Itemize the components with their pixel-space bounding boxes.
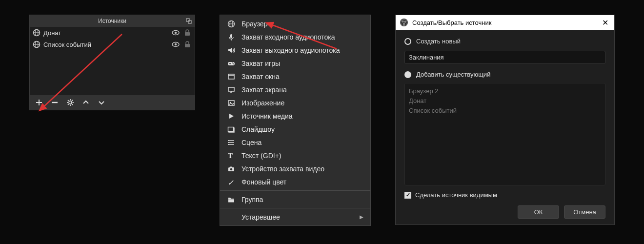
menu-item-game-capture[interactable]: Захват игры (220, 57, 370, 70)
globe-icon (227, 20, 236, 28)
radio-icon (404, 71, 411, 78)
visibility-toggle[interactable] (171, 41, 180, 48)
add-existing-radio[interactable]: Добавить существующий (404, 71, 605, 78)
create-new-radio[interactable]: Создать новый (404, 38, 605, 45)
dialog-title: Создать/Выбрать источник (412, 19, 491, 26)
obs-logo-icon (400, 18, 408, 27)
source-name-input[interactable] (404, 51, 605, 64)
menu-item-label: Слайдшоу (242, 125, 275, 133)
menu-item-video-capture[interactable]: Устройство захвата видео (220, 162, 370, 175)
menu-item-media[interactable]: Источник медиа (220, 109, 370, 122)
dialog-body: Создать новый Добавить существующий Брау… (396, 30, 614, 224)
sources-panel: Источники Донат Список событий (29, 15, 195, 110)
menu-item-deprecated[interactable]: Устаревшее▶ (220, 210, 370, 224)
add-source-context-menu: Браузер Захват входного аудиопотока Захв… (220, 15, 371, 226)
menu-item-label: Фоновый цвет (242, 178, 286, 186)
menu-item-text[interactable]: Текст (GDI+) (220, 149, 370, 162)
source-settings-button[interactable] (66, 98, 75, 107)
source-row[interactable]: Донат (30, 27, 195, 39)
radio-icon (404, 38, 411, 45)
checkbox-icon: ✓ (404, 192, 411, 199)
lock-toggle[interactable] (183, 41, 192, 48)
menu-separator (220, 190, 370, 191)
menu-item-label: Источник медиа (242, 112, 293, 120)
menu-item-audio-output[interactable]: Захват выходного аудиопотока (220, 43, 370, 57)
sources-panel-header[interactable]: Источники (30, 15, 195, 27)
menu-item-label: Браузер (242, 20, 267, 28)
brush-icon (227, 178, 236, 186)
source-row[interactable]: Список событий (30, 39, 195, 50)
menu-item-browser[interactable]: Браузер (220, 17, 370, 30)
globe-icon (33, 41, 40, 48)
list-icon (227, 139, 236, 146)
menu-item-label: Захват экрана (242, 86, 287, 94)
window-icon (227, 73, 236, 81)
sources-panel-title: Источники (30, 18, 195, 24)
close-button[interactable]: ✕ (600, 18, 610, 27)
radio-label: Добавить существующий (416, 71, 490, 78)
play-icon (227, 112, 236, 120)
make-visible-checkbox[interactable]: ✓ Сделать источник видимым (404, 191, 605, 199)
menu-item-scene[interactable]: Сцена (220, 136, 370, 149)
menu-item-label: Захват игры (242, 60, 280, 67)
ok-button[interactable]: ОК (518, 205, 559, 219)
slides-icon (227, 125, 236, 133)
sources-toolbar (30, 95, 195, 110)
menu-item-label: Группа (242, 196, 263, 203)
remove-source-button[interactable] (50, 98, 59, 107)
image-icon (227, 99, 236, 107)
menu-item-label: Устройство захвата видео (242, 165, 324, 173)
list-item[interactable]: Браузер 2 (409, 86, 601, 96)
globe-icon (33, 29, 40, 37)
popout-icon[interactable] (185, 17, 192, 24)
checkbox-label: Сделать источник видимым (415, 191, 497, 199)
gamepad-icon (227, 60, 236, 67)
submenu-arrow-icon: ▶ (360, 214, 363, 220)
menu-item-label: Захват окна (242, 73, 280, 81)
menu-item-group[interactable]: Группа (220, 193, 370, 206)
menu-item-window-capture[interactable]: Захват окна (220, 70, 370, 83)
radio-label: Создать новый (416, 38, 461, 45)
mic-icon (227, 33, 236, 41)
menu-item-label: Захват выходного аудиопотока (242, 46, 340, 54)
menu-item-slideshow[interactable]: Слайдшоу (220, 122, 370, 136)
existing-sources-list[interactable]: Браузер 2 Донат Список событий (404, 83, 605, 185)
monitor-icon (227, 86, 236, 94)
source-label: Список событий (43, 41, 168, 48)
camera-icon (227, 165, 236, 173)
menu-item-audio-input[interactable]: Захват входного аудиопотока (220, 30, 370, 43)
dialog-button-row: ОК Отмена (404, 205, 605, 219)
menu-item-label: Захват входного аудиопотока (242, 33, 335, 41)
source-label: Донат (43, 29, 168, 37)
menu-item-label: Устаревшее (242, 213, 280, 221)
cancel-button[interactable]: Отмена (564, 205, 605, 219)
move-up-button[interactable] (81, 98, 90, 107)
lock-toggle[interactable] (183, 29, 192, 37)
menu-item-label: Изображение (242, 99, 284, 107)
menu-item-label: Сцена (242, 139, 262, 146)
menu-item-label: Текст (GDI+) (242, 152, 282, 160)
list-item[interactable]: Донат (409, 96, 601, 106)
create-source-dialog: Создать/Выбрать источник ✕ Создать новый… (395, 15, 615, 225)
menu-separator (220, 208, 370, 208)
move-down-button[interactable] (97, 98, 106, 107)
menu-item-display-capture[interactable]: Захват экрана (220, 83, 370, 96)
text-icon (227, 152, 236, 160)
dialog-titlebar[interactable]: Создать/Выбрать источник ✕ (396, 15, 614, 30)
list-item[interactable]: Список событий (409, 106, 601, 116)
folder-icon (227, 196, 236, 203)
speaker-icon (227, 46, 236, 54)
menu-item-color[interactable]: Фоновый цвет (220, 175, 370, 188)
add-source-button[interactable] (35, 98, 43, 107)
visibility-toggle[interactable] (171, 29, 180, 36)
sources-list: Донат Список событий (30, 27, 195, 95)
menu-item-image[interactable]: Изображение (220, 96, 370, 109)
